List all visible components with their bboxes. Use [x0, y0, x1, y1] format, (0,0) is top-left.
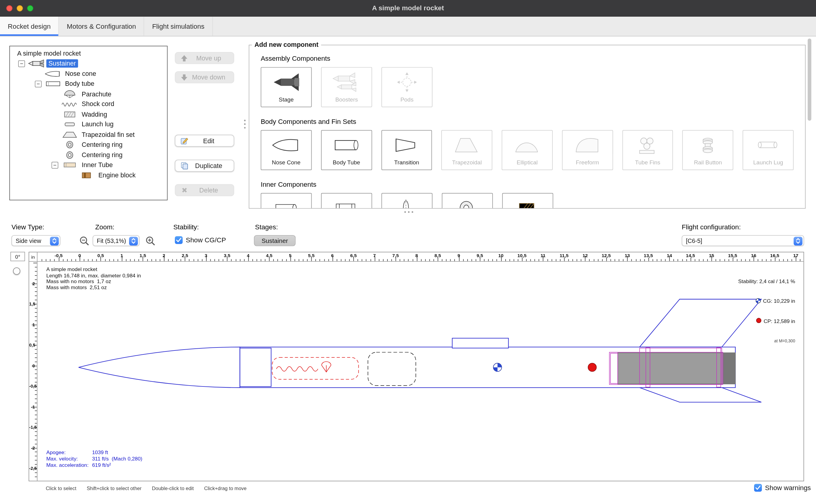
launch-lug-outline[interactable]: [452, 338, 508, 348]
flight-configuration-label: Flight configuration:: [682, 223, 741, 231]
component-button-body-tube[interactable]: Body Tube: [321, 130, 372, 170]
vertical-splitter-grip[interactable]: [244, 127, 246, 128]
nose-cone-outline[interactable]: [79, 347, 240, 388]
mouse-hints: Click to selectShift+click to select oth…: [46, 486, 247, 491]
show-cg-cp-control[interactable]: Show CG/CP: [175, 236, 226, 244]
tree-item-label: Trapezoidal fin set: [79, 131, 137, 139]
show-cg-cp-label: Show CG/CP: [186, 236, 226, 244]
component-tree[interactable]: A simple model rocket−SustainerNose cone…: [9, 46, 167, 200]
tree-item-label: Engine block: [96, 171, 138, 179]
component-button-stage[interactable]: Stage: [261, 67, 312, 107]
stage-toggle-sustainer[interactable]: Sustainer: [254, 235, 296, 246]
tree-item-label: Centering ring: [79, 151, 125, 159]
flight-configuration-select[interactable]: [C6-5]: [682, 235, 804, 246]
horizontal-splitter-grip[interactable]: [408, 211, 410, 213]
tab-flight-simulations[interactable]: Flight simulations: [144, 17, 213, 36]
titlebar[interactable]: A simple model rocket: [0, 0, 816, 17]
fin-set-icon: [60, 131, 79, 139]
add-component-title: Add new component: [252, 41, 321, 48]
openrocket-window: A simple model rocket Rocket design Moto…: [0, 0, 816, 504]
inner-tube-icon: [60, 161, 79, 170]
tree-item-label: Wadding: [79, 110, 109, 119]
edit-icon: [180, 137, 189, 145]
show-warnings-control[interactable]: Show warnings: [754, 484, 811, 492]
tree-item-label: Body tube: [63, 80, 96, 88]
add-component-panel: Assembly ComponentsStageBoostersPodsBody…: [249, 45, 805, 208]
freeform-fin-icon: [562, 131, 612, 159]
duplicate-button[interactable]: Duplicate: [175, 160, 234, 172]
tree-item-sustainer[interactable]: −Sustainer: [10, 59, 167, 69]
edit-label: Edit: [188, 137, 229, 144]
tree-item-label: Centering ring: [79, 141, 125, 149]
tree-item-trapezoidal-fin-set[interactable]: Trapezoidal fin set: [10, 130, 167, 140]
horizontal-splitter-grip[interactable]: [404, 211, 406, 213]
vertical-splitter-grip[interactable]: [244, 123, 246, 125]
component-button-label: Pods: [400, 96, 413, 103]
tube-fins-icon: [623, 131, 673, 159]
component-button-transition[interactable]: Transition: [381, 130, 432, 170]
section-title-inner-components: Inner Components: [261, 181, 794, 189]
tree-item-centering-ring[interactable]: Centering ring: [10, 150, 167, 160]
stage-icon: [261, 68, 311, 96]
component-button-engine-block-card-icon[interactable]: [502, 193, 553, 209]
rocket-canvas[interactable]: in -0,500,511,522,533,544,555,566,577,58…: [29, 252, 804, 481]
component-button-nose-cone[interactable]: Nose Cone: [261, 130, 312, 170]
show-cg-cp-checkbox[interactable]: [175, 236, 183, 244]
bulkhead-icon: [382, 194, 432, 209]
horizontal-splitter-grip[interactable]: [412, 211, 413, 213]
vertical-ruler: 21,510,50-0,5-1-1,5-2-2,5: [29, 262, 37, 481]
tree-item-engine-block[interactable]: Engine block: [10, 170, 167, 180]
view-type-select[interactable]: Side view: [11, 235, 60, 246]
component-button-label: Rail Button: [694, 159, 722, 166]
nose-cone-card-icon: [261, 131, 311, 159]
tree-item-centering-ring[interactable]: Centering ring: [10, 140, 167, 150]
component-button-centering-ring-card-icon[interactable]: [442, 193, 493, 209]
tree-item-shock-cord[interactable]: Shock cord: [10, 99, 167, 109]
vertical-splitter-grip[interactable]: [244, 120, 246, 121]
tree-item-label: Sustainer: [46, 60, 78, 68]
flight-configuration-value: [C6-5]: [686, 237, 702, 244]
tree-item-inner-tube[interactable]: −Inner Tube: [10, 160, 167, 170]
parachute-icon: [60, 90, 79, 98]
view-type-value: Side view: [16, 237, 41, 244]
fin-bottom[interactable]: [640, 388, 761, 402]
component-button-trapezoidal: Trapezoidal: [442, 130, 492, 170]
show-warnings-checkbox[interactable]: [754, 484, 762, 492]
component-button-bulkhead-icon[interactable]: [381, 193, 432, 209]
tree-item-wadding[interactable]: Wadding: [10, 109, 167, 120]
tree-item-body-tube[interactable]: −Body tube: [10, 79, 167, 89]
tab-motors-configuration[interactable]: Motors & Configuration: [59, 17, 144, 36]
transition-icon: [382, 131, 432, 159]
zoom-in-button[interactable]: [145, 235, 156, 246]
component-button-label: Nose Cone: [272, 159, 300, 166]
stages-label: Stages:: [255, 223, 278, 231]
component-button-coupler-icon[interactable]: [321, 193, 372, 209]
tree-item-parachute[interactable]: Parachute: [10, 89, 167, 99]
rocket-side-view: [37, 262, 804, 481]
engine-block-card-icon: [503, 194, 552, 209]
centering-ring-icon: [60, 151, 79, 159]
motor[interactable]: [618, 353, 735, 384]
tab-rocket-design[interactable]: Rocket design: [0, 17, 59, 36]
zoom-select[interactable]: Fit (53,1%): [93, 235, 140, 246]
collapse-icon[interactable]: −: [51, 162, 58, 168]
component-button-inner-tube-card-icon[interactable]: [261, 193, 312, 209]
stability-label: Stability:: [173, 223, 199, 231]
zoom-out-button[interactable]: [79, 235, 89, 246]
chevron-up-down-icon: [50, 237, 59, 245]
tree-item-launch-lug[interactable]: Launch lug: [10, 119, 167, 130]
edit-button[interactable]: Edit: [175, 135, 234, 147]
component-button-label: Transition: [394, 159, 419, 166]
delete-label: Delete: [188, 186, 229, 194]
tree-item-nose-cone[interactable]: Nose cone: [10, 69, 167, 79]
tree-item-a-simple-model-rocket[interactable]: A simple model rocket: [10, 48, 167, 59]
stability-value: Stability: 2,4 cal / 14,1 %: [738, 278, 795, 285]
section-title-body-components-and-fin-sets: Body Components and Fin Sets: [261, 118, 794, 125]
tree-item-label: Inner Tube: [79, 161, 115, 170]
component-button-tube-fins: Tube Fins: [622, 130, 673, 170]
rotation-knob[interactable]: [13, 267, 20, 275]
collapse-icon[interactable]: −: [35, 80, 41, 87]
collapse-icon[interactable]: −: [18, 60, 25, 67]
scrollbar[interactable]: [808, 38, 811, 121]
body-tube-icon: [43, 80, 63, 88]
